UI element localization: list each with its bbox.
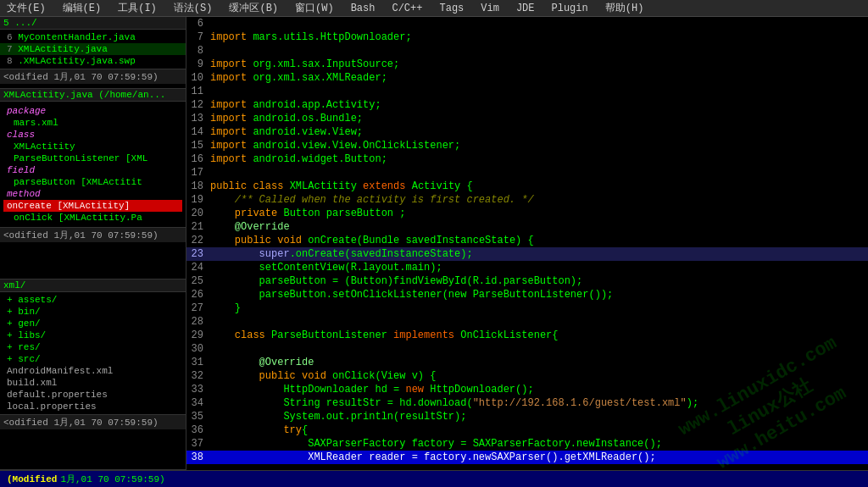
line-num-11: 11 [186,85,210,98]
dir-defaultprops[interactable]: default.properties [3,389,182,401]
line-num-13: 13 [186,112,210,125]
dir-libs[interactable]: + libs/ [3,329,182,341]
statusbar: (Modified 1月,01 70 07:59:59) [0,470,868,487]
line-content-38: XMLReader reader = factory.newSAXParser(… [210,451,868,464]
menu-item-h[interactable]: 帮助(H) [602,1,648,15]
line-num-36: 36 [186,423,210,437]
menu-item-vim[interactable]: Vim [477,3,503,14]
line-num-14: 14 [186,125,210,139]
dir-androidmanifest[interactable]: AndroidManifest.xml [3,365,182,377]
line-content-26: parseButton.setOnClickListener(new Parse… [210,288,868,302]
dir-header: xml/ [0,279,186,292]
dir-bin[interactable]: + bin/ [3,306,182,318]
menu-item-e[interactable]: 文件(E) [3,1,49,15]
file-item-6[interactable]: 6 MyContentHandler.java [0,31,186,43]
code-line-15: 15 import android.view.View.OnClickListe… [186,139,868,152]
line-content-29: class ParseButtonListener implements OnC… [210,329,868,342]
code-line-21: 21 @Override [186,220,868,234]
line-num-30: 30 [186,342,210,356]
line-content-31: @Override [210,356,868,369]
file-item-8[interactable]: 8 .XMLActitity.java.swp [0,55,186,67]
code-line-36: 36 try{ [186,423,868,437]
line-num-28: 28 [186,315,210,329]
file-section-header: 5 .../ [0,17,186,30]
code-line-31: 31 @Override [186,356,868,369]
line-content-34: String resultStr = hd.download("http://1… [210,396,868,410]
menu-item-cc[interactable]: C/C++ [388,3,426,14]
struct-field-parsebutton[interactable]: parseButton [XMLActitit [3,176,182,188]
menu-item-e[interactable]: 编辑(E) [59,1,105,15]
code-line-9: 9 import org.xml.sax.InputSource; [186,58,868,71]
line-num-20: 20 [186,207,210,220]
code-line-18: 18 public class XMLActitity extends Acti… [186,180,868,193]
menu-item-w[interactable]: 窗口(W) [292,1,337,15]
code-line-17: 17 [186,166,868,180]
menubar: 文件(E)编辑(E)工具(I)语法(S)缓冲区(B)窗口(W)BashC/C++… [0,0,868,17]
menu-item-tags[interactable]: Tags [436,3,467,14]
line-num-16: 16 [186,152,210,166]
struct-package-value[interactable]: mars.xml [3,117,182,129]
line-num-9: 9 [186,58,210,71]
line-content-19: /** Called when the activity is first cr… [210,193,868,207]
menu-item-plugin[interactable]: Plugin [548,3,592,14]
line-num-37: 37 [186,437,210,451]
file-item-7[interactable]: 7 XMLActitity.java [0,43,186,55]
line-content-14: import android.view.View; [210,125,868,139]
directory-section: xml/ + assets/ + bin/ + gen/ + libs/ + r… [0,279,186,470]
dir-res[interactable]: + res/ [3,341,182,353]
menu-item-s[interactable]: 语法(S) [170,1,216,15]
status-modified-date: 1月,01 70 07:59:59) [60,473,164,485]
line-content-22: public void onCreate(Bundle savedInstanc… [210,234,868,247]
file-status-1: <odified 1月,01 70 07:59:59) [0,69,186,84]
line-num-17: 17 [186,166,210,180]
struct-class-xmlactitity[interactable]: XMLActitity [3,141,182,152]
menu-item-bash[interactable]: Bash [348,3,379,14]
line-num-32: 32 [186,369,210,383]
line-content-20: private Button parseButton ; [210,207,868,220]
code-line-6: 6 [186,17,868,30]
code-line-28: 28 [186,315,868,329]
dir-localprops[interactable]: local.properties [3,401,182,412]
dir-buildxml[interactable]: build.xml [3,377,182,389]
code-line-30: 30 [186,342,868,356]
line-num-26: 26 [186,288,210,302]
line-num-6: 6 [186,17,210,30]
line-content-37: SAXParserFactory factory = SAXParserFact… [210,437,868,451]
code-line-10: 10 import org.xml.sax.XMLReader; [186,71,868,85]
left-panel: 5 .../ 6 MyContentHandler.java 7 XMLActi… [0,17,186,470]
code-line-29: 29 class ParseButtonListener implements … [186,329,868,342]
line-num-18: 18 [186,180,210,193]
code-area[interactable]: 6 7 import mars.utils.HttpDownloader; 8 … [186,17,868,470]
structure-panel: package mars.xml class XMLActitity Parse… [0,102,186,227]
dir-src[interactable]: + src/ [3,353,182,365]
code-line-35: 35 System.out.println(resultStr); [186,410,868,423]
struct-method-label: method [3,188,182,200]
struct-method-oncreate[interactable]: onCreate [XMLActitity] [3,200,182,212]
file-list-section: 5 .../ 6 MyContentHandler.java 7 XMLActi… [0,17,186,89]
struct-method-onclick[interactable]: onClick [XMLActitity.Pa [3,212,182,224]
struct-class-parsebuttonlistener[interactable]: ParseButtonListener [XML [3,152,182,164]
code-line-11: 11 [186,85,868,98]
code-line-22: 22 public void onCreate(Bundle savedInst… [186,234,868,247]
line-content-18: public class XMLActitity extends Activit… [210,180,868,193]
menu-item-jde[interactable]: JDE [513,3,538,14]
code-line-7: 7 import mars.utils.HttpDownloader; [186,30,868,44]
dir-gen[interactable]: + gen/ [3,318,182,329]
menu-item-b[interactable]: 缓冲区(B) [225,1,281,15]
code-line-32: 32 public void onClick(View v) { [186,369,868,383]
structure-header: XMLActitity.java (/home/an... [0,89,186,102]
line-num-21: 21 [186,220,210,234]
line-num-8: 8 [186,44,210,58]
menu-item-i[interactable]: 工具(I) [114,1,160,15]
dir-assets[interactable]: + assets/ [3,294,182,306]
line-num-34: 34 [186,396,210,410]
line-num-23: 23 [186,247,210,261]
line-content-7: import mars.utils.HttpDownloader; [210,30,868,44]
code-line-13: 13 import android.os.Bundle; [186,112,868,125]
code-line-25: 25 parseButton = (Button)findViewById(R.… [186,274,868,288]
line-content-10: import org.xml.sax.XMLReader; [210,71,868,85]
line-num-7: 7 [186,30,210,44]
line-num-38: 38 [186,451,210,464]
line-num-27: 27 [186,302,210,315]
line-content-12: import android.app.Activity; [210,98,868,112]
